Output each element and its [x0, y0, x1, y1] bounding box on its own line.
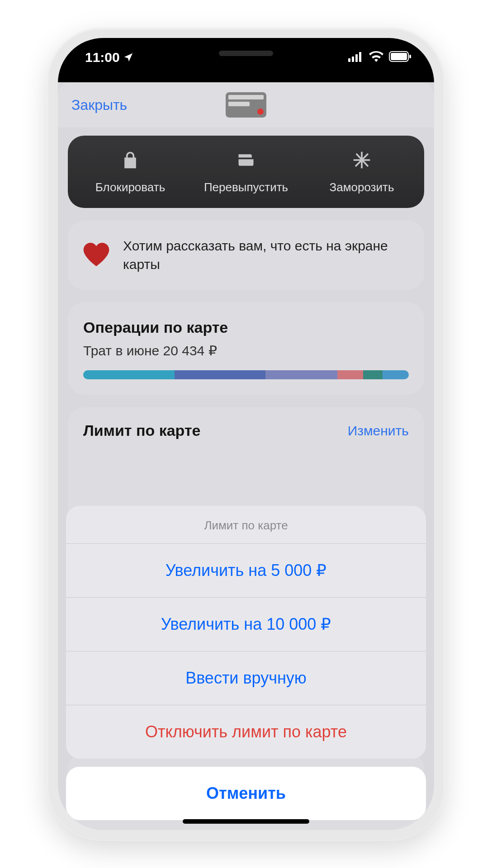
heart-icon [83, 243, 109, 268]
card-thumbnail[interactable] [226, 92, 266, 118]
reissue-card-button[interactable]: Перевыпустить [188, 150, 304, 194]
lock-icon [120, 150, 140, 173]
home-indicator[interactable] [183, 819, 309, 824]
svg-rect-0 [348, 58, 350, 62]
info-banner-text: Хотим рассказать вам, что есть на экране… [123, 237, 409, 274]
card-actions-panel: Блокировать Перевыпустить Заморозить [68, 136, 424, 208]
reissue-label: Перевыпустить [204, 180, 288, 194]
sheet-enter-manual[interactable]: Ввести вручную [66, 651, 426, 705]
sheet-disable-limit[interactable]: Отключить лимит по карте [66, 705, 426, 759]
close-button[interactable]: Закрыть [71, 97, 127, 113]
cellular-icon [348, 50, 364, 65]
battery-icon [389, 50, 412, 65]
svg-rect-2 [355, 54, 358, 62]
operations-title: Операции по карте [83, 319, 409, 336]
svg-rect-3 [359, 52, 361, 62]
freeze-label: Заморозить [329, 180, 394, 194]
svg-rect-1 [352, 57, 354, 62]
limit-action-sheet: Лимит по карте Увеличить на 5 000 ₽ Увел… [66, 506, 426, 820]
svg-rect-6 [409, 55, 411, 58]
sheet-increase-5k[interactable]: Увеличить на 5 000 ₽ [66, 544, 426, 598]
info-banner[interactable]: Хотим рассказать вам, что есть на экране… [68, 221, 424, 290]
limit-title: Лимит по карте [83, 422, 200, 439]
sheet-increase-10k[interactable]: Увеличить на 10 000 ₽ [66, 598, 426, 651]
spend-segment [383, 370, 409, 379]
spend-segment [175, 370, 266, 379]
phone-screen: 11:00 [58, 38, 434, 830]
location-icon [123, 50, 133, 65]
card-reissue-icon [236, 150, 256, 173]
spend-segment [337, 370, 364, 379]
screen-content: Закрыть Блокировать [58, 82, 434, 830]
spend-segment [83, 370, 175, 379]
spend-segment [363, 370, 383, 379]
svg-rect-5 [391, 53, 407, 60]
action-sheet-title: Лимит по карте [66, 506, 426, 544]
block-card-button[interactable]: Блокировать [72, 150, 188, 194]
device-notch [153, 38, 339, 69]
wifi-icon [369, 50, 383, 65]
sheet-cancel-button[interactable]: Отменить [66, 767, 426, 820]
snowflake-icon [352, 150, 372, 173]
freeze-card-button[interactable]: Заморозить [304, 150, 420, 194]
spending-breakdown-bar [83, 370, 409, 379]
action-sheet-options: Лимит по карте Увеличить на 5 000 ₽ Увел… [66, 506, 426, 759]
operations-subtitle: Трат в июне 20 434 ₽ [83, 343, 409, 359]
phone-frame: 11:00 [47, 27, 445, 841]
operations-card[interactable]: Операции по карте Трат в июне 20 434 ₽ [68, 302, 424, 395]
spend-segment [265, 370, 337, 379]
status-time: 11:00 [85, 50, 120, 65]
limit-change-link[interactable]: Изменить [348, 423, 409, 439]
block-label: Блокировать [95, 180, 165, 194]
modal-header: Закрыть [58, 82, 434, 127]
